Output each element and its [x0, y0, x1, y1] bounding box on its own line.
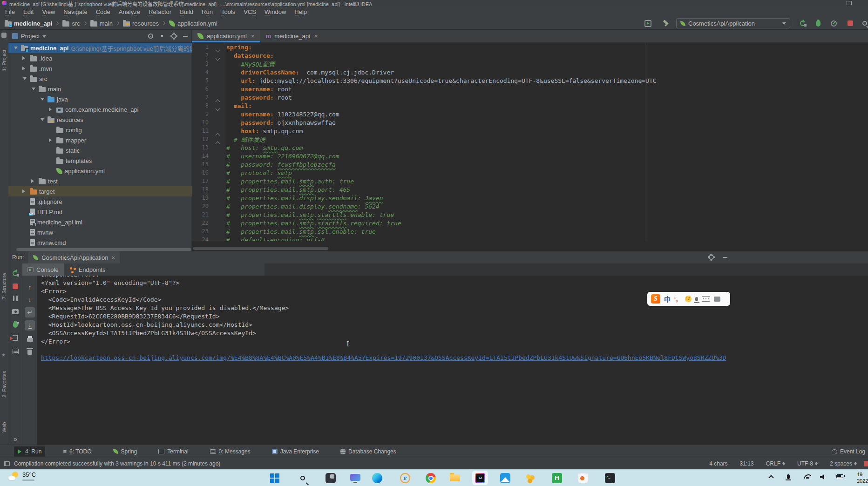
camera-button[interactable]: [10, 306, 20, 317]
taskbar-photos-icon[interactable]: [500, 472, 511, 484]
menu-vcs[interactable]: VCS: [239, 7, 260, 16]
tree-item-main[interactable]: main: [8, 84, 192, 94]
stripe-project-button[interactable]: 1: Project: [0, 42, 8, 79]
menu-navigate[interactable]: Navigate: [59, 7, 91, 16]
taskbar-dark-app-icon[interactable]: [325, 472, 336, 484]
menu-run[interactable]: Run: [197, 7, 217, 16]
tree-item-mvnw-cmd[interactable]: mvnw.cmd: [8, 237, 192, 247]
layout-button[interactable]: [10, 346, 20, 357]
toggle-toolwindows-icon[interactable]: [4, 461, 10, 466]
rerun-button[interactable]: [10, 268, 20, 278]
print-button[interactable]: [25, 333, 35, 344]
project-horizontal-scrollbar[interactable]: [16, 248, 191, 251]
taskbar-terminal-icon[interactable]: >_: [604, 472, 616, 484]
taskbar-edge-icon[interactable]: [372, 472, 383, 484]
keyboard-icon[interactable]: [702, 296, 710, 302]
status-4-chars[interactable]: 4 chars: [709, 460, 727, 467]
menu-view[interactable]: View: [38, 7, 59, 16]
tray-wifi-icon[interactable]: [804, 474, 811, 479]
editor-code-area[interactable]: 1spring:2 datasource:3 #MySQL配置4 driverC…: [192, 43, 868, 241]
status-crlf[interactable]: CRLF: [766, 460, 785, 467]
stop-button[interactable]: [848, 17, 853, 30]
close-icon[interactable]: ×: [314, 33, 318, 40]
tree-item-medicine-api[interactable]: medicine_api G:\shejiing\基于springboot vu…: [8, 43, 192, 53]
taskbar-ie-icon[interactable]: e: [400, 472, 411, 484]
tree-item-com-example-medicine-api[interactable]: com.example.medicine_api: [8, 104, 192, 115]
show-run-window-button[interactable]: [644, 17, 651, 30]
tree-item-static[interactable]: static: [8, 145, 192, 155]
project-panel-title[interactable]: Project: [21, 33, 40, 40]
trash-button[interactable]: [25, 346, 35, 357]
expand-arrow[interactable]: [22, 189, 27, 193]
taskbar-start-icon[interactable]: [269, 472, 280, 484]
tree-item-src[interactable]: src: [8, 74, 192, 84]
pause-button[interactable]: [10, 293, 20, 304]
status-31-13[interactable]: 31:13: [740, 460, 754, 467]
scrollend-button[interactable]: ↓: [25, 320, 35, 331]
toolwindow-0-messages[interactable]: 0: Messages: [206, 446, 254, 457]
tree-item-gitignore[interactable]: .gitignore: [8, 196, 192, 207]
hide-panel-icon[interactable]: [183, 36, 188, 37]
tree-item-test[interactable]: test: [8, 176, 192, 186]
taskbar-pc-icon[interactable]: [350, 472, 361, 484]
expand-arrow[interactable]: [22, 75, 27, 82]
taskbar-chrome-icon[interactable]: [425, 472, 436, 484]
tree-item-resources[interactable]: resources: [8, 115, 192, 125]
breadcrumb-resources[interactable]: resources: [122, 20, 160, 27]
down-button[interactable]: ↓: [25, 294, 35, 304]
run-button[interactable]: [800, 17, 806, 30]
toolwindow-terminal[interactable]: Terminal: [155, 446, 192, 457]
stripe-web-button[interactable]: Web: [0, 416, 8, 439]
toolwindow-4-run[interactable]: 4: Run: [14, 446, 45, 457]
expand-arrow[interactable]: [13, 45, 19, 51]
editor-horizontal-scrollbar[interactable]: [193, 247, 328, 250]
tree-item-mapper[interactable]: mapper: [8, 135, 192, 145]
emoji-icon[interactable]: [685, 296, 692, 302]
taskbar-h-note-icon[interactable]: H: [551, 472, 563, 484]
tray-mic-icon[interactable]: [787, 474, 790, 479]
expand-arrow[interactable]: [22, 56, 27, 60]
menu-refactor[interactable]: Refactor: [144, 7, 176, 16]
stripe-favorites-button[interactable]: 2: Favorites: [0, 358, 8, 410]
event-log-button[interactable]: Event Log: [832, 445, 865, 458]
close-icon[interactable]: ×: [111, 254, 115, 261]
breadcrumb-medicine-api[interactable]: medicine_api: [4, 20, 53, 27]
tray-chevron-up-icon[interactable]: [769, 474, 773, 479]
taskbar-search-icon[interactable]: [297, 472, 308, 484]
menu-window[interactable]: Window: [260, 7, 290, 16]
run-configuration-select[interactable]: CosmeticsApiApplication: [676, 18, 790, 28]
toolwindow-spring[interactable]: Spring: [109, 446, 141, 457]
expand-arrow[interactable]: [48, 108, 54, 111]
menu-analyze[interactable]: Analyze: [115, 7, 144, 16]
console-link[interactable]: https://lookcartoon.oss-cn-beijing.aliyu…: [41, 354, 726, 361]
wrap-button[interactable]: ↵: [25, 307, 35, 317]
restore-window-icon[interactable]: [847, 1, 852, 5]
taskbar-clock[interactable]: 19 2022/: [857, 471, 868, 484]
menu-code[interactable]: Code: [92, 7, 115, 16]
tree-item-config[interactable]: config: [8, 125, 192, 135]
gear-icon[interactable]: [709, 255, 714, 260]
toolwindow-database-changes[interactable]: Database Changes: [337, 446, 400, 457]
ime-language-toggle[interactable]: 中: [664, 294, 671, 304]
taskbar-weather-widget[interactable]: 35°C: [8, 471, 36, 481]
collapse-all-icon[interactable]: [160, 34, 165, 39]
close-icon[interactable]: ×: [251, 33, 255, 40]
tree-item-target[interactable]: target: [8, 186, 192, 196]
expand-arrow[interactable]: [31, 86, 36, 92]
debug-button[interactable]: [816, 17, 821, 30]
search-everywhere-button[interactable]: [862, 17, 867, 30]
taskbar-petals-icon[interactable]: [525, 472, 536, 484]
tray-volume-icon[interactable]: [820, 474, 826, 479]
ime-punctuation-toggle[interactable]: '，: [674, 295, 681, 303]
up-button[interactable]: ↑: [25, 282, 35, 292]
tree-item-java[interactable]: java: [8, 94, 192, 104]
bug-restart-button[interactable]: [10, 319, 20, 330]
breadcrumb-main[interactable]: main: [89, 20, 114, 27]
breadcrumb-application-yml[interactable]: application.yml: [168, 20, 218, 27]
menu-build[interactable]: Build: [176, 7, 197, 16]
ime-toolbar[interactable]: S 中 '，: [647, 292, 730, 306]
tree-item-idea[interactable]: .idea: [8, 53, 192, 63]
tree-item-mvn[interactable]: .mvn: [8, 63, 192, 74]
run-tab-console[interactable]: Console: [22, 263, 64, 276]
taskbar-explorer-icon[interactable]: [449, 472, 461, 484]
